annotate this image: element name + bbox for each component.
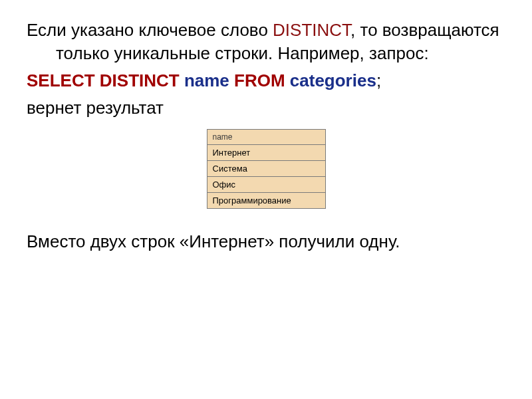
sql-from: FROM (234, 70, 285, 90)
table-row: Система (207, 160, 325, 176)
intro-text-prefix: Если указано ключевое слово (27, 20, 273, 40)
keyword-distinct: DISTINCT (273, 20, 350, 40)
sql-query: SELECT DISTINCT name FROM categories; (27, 69, 505, 92)
intro-paragraph: Если указано ключевое слово DISTINCT, то… (27, 19, 505, 65)
result-table-container: name Интернет Система Офис Программирова… (27, 129, 505, 209)
sql-semicolon: ; (376, 70, 381, 90)
conclusion-paragraph: Вместо двух строк «Интернет» получили од… (27, 230, 505, 253)
table-row: Программирование (207, 192, 325, 208)
sql-select-distinct: SELECT DISTINCT (27, 70, 180, 90)
sql-categories-table: categories (285, 70, 376, 90)
table-row: Офис (207, 176, 325, 192)
table-header: name (207, 129, 325, 144)
result-label: вернет результат (27, 96, 505, 120)
sql-name-column: name (180, 70, 234, 90)
result-table: name Интернет Система Офис Программирова… (207, 129, 326, 209)
table-row: Интернет (207, 144, 325, 160)
